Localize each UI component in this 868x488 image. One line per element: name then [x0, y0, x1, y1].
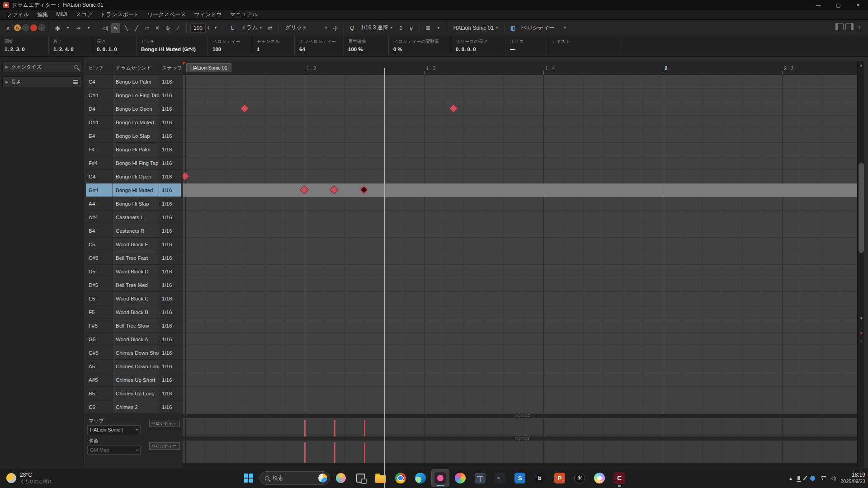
taskbar-icon-copilot[interactable] — [332, 469, 350, 487]
autoscroll-icon[interactable]: ⇥ — [74, 23, 83, 33]
drum-row-pitch[interactable]: E4 — [86, 129, 113, 142]
volume-icon[interactable]: ◁) — [830, 475, 836, 481]
drum-row-snap[interactable]: 1/16 — [159, 278, 181, 291]
velocity-bar[interactable] — [334, 420, 335, 436]
drum-row[interactable]: A4Bongo Hi Slap1/16 — [86, 197, 181, 211]
header-pitch[interactable]: ピッチ — [86, 61, 113, 75]
drum-row-sound[interactable]: Bongo Hi Palm — [113, 143, 159, 156]
velocity-bar[interactable] — [364, 442, 365, 463]
infoline-field-8[interactable]: ベロシティーの変動量0 % — [389, 36, 451, 56]
solo-button[interactable]: S — [14, 24, 21, 31]
note-diamond[interactable] — [449, 104, 458, 113]
drum-row-sound[interactable]: Bongo Hi Fing Tap — [113, 156, 159, 169]
link-icon[interactable]: ⇄ — [266, 23, 275, 33]
mute-tool-icon[interactable]: ✕ — [153, 23, 162, 33]
close-button[interactable]: ✕ — [848, 0, 868, 10]
drum-row-sound[interactable]: Bongo Lo Open — [113, 102, 159, 115]
drum-row[interactable]: C5Wood Block E1/16 — [86, 238, 181, 251]
drum-row[interactable]: F#5Bell Tree Slow1/16 — [86, 319, 181, 333]
lanes-dropdown-icon[interactable]: ▾ — [434, 23, 443, 33]
grid-area[interactable] — [183, 75, 857, 414]
list-icon[interactable] — [73, 80, 78, 84]
taskbar-icon-taskview[interactable] — [352, 469, 370, 487]
mic-icon[interactable] — [797, 476, 800, 480]
insert-velocity-field[interactable]: 100 — [190, 23, 206, 33]
drum-row[interactable]: C6Chimes 21/16 — [86, 400, 181, 414]
playhead-cursor[interactable] — [384, 68, 385, 488]
drum-row[interactable]: D#5Bell Tree Med1/16 — [86, 278, 181, 292]
drum-row[interactable]: F#4Bongo Hi Fing Tap1/16 — [86, 156, 181, 170]
menu-item-6[interactable]: ウィンドウ — [190, 10, 226, 19]
setup-icon[interactable]: ⊼ — [4, 23, 13, 33]
drum-row-sound[interactable]: Wood Block D — [113, 265, 159, 278]
tray-chevron-up-icon[interactable]: ▲ — [788, 476, 793, 481]
drum-row-snap[interactable]: 1/16 — [159, 75, 181, 88]
bluetooth-device-icon[interactable] — [810, 476, 815, 481]
horizontal-scrollbar[interactable] — [183, 463, 857, 468]
setup-toolbar-icon[interactable]: ⋮ — [855, 23, 864, 33]
quantize-panel-header[interactable]: ▶ クオンタイズ — [2, 61, 81, 72]
drum-row[interactable]: A5Chimes Down Long1/16 — [86, 360, 181, 373]
lane1-label[interactable]: ベロシティー — [149, 420, 180, 427]
drum-row-pitch[interactable]: B5 — [86, 387, 113, 400]
taskbar-icon-media[interactable]: b — [531, 469, 549, 487]
drum-row-sound[interactable]: Castanets L — [113, 211, 159, 224]
drum-row-pitch[interactable]: C5 — [86, 238, 113, 251]
taskbar-icon-pink-app[interactable] — [431, 469, 449, 487]
drum-row-snap[interactable]: 1/16 — [159, 211, 181, 224]
zoom-tool-icon[interactable]: ⊕ — [163, 23, 172, 33]
velocity-lane-2[interactable] — [183, 441, 857, 463]
taskbar-icon-photos[interactable] — [590, 469, 609, 487]
infoline-field-11[interactable]: テキスト — [547, 36, 619, 56]
drum-row-snap[interactable]: 1/16 — [159, 116, 181, 129]
drum-row-pitch[interactable]: G#5 — [86, 346, 113, 359]
drum-row-sound[interactable]: Bongo Lo Fing Tap — [113, 89, 159, 102]
drum-row-sound[interactable]: Chimes Down Long — [113, 360, 159, 373]
search-icon[interactable] — [74, 65, 78, 69]
drum-row-sound[interactable]: Bongo Lo Palm — [113, 75, 159, 88]
expand-arrow-icon[interactable]: ▶ — [5, 80, 8, 84]
velocity-lane-1[interactable] — [183, 418, 857, 436]
drum-row-sound[interactable]: Chimes Down Short — [113, 346, 159, 359]
infoline-field-0[interactable]: 開始1. 2. 3. 0 — [0, 36, 49, 56]
drum-row[interactable]: C#4Bongo Lo Fing Tap1/16 — [86, 89, 181, 102]
drum-row-sound[interactable]: Wood Block A — [113, 333, 159, 346]
velocity-stepper[interactable]: ▲▼ — [207, 26, 210, 30]
drum-row-snap[interactable]: 1/16 — [159, 346, 181, 359]
drum-row[interactable]: E5Wood Block C1/16 — [86, 292, 181, 305]
drum-row-snap[interactable]: 1/16 — [159, 251, 181, 264]
menu-item-1[interactable]: 編集 — [33, 10, 52, 19]
drum-row-snap[interactable]: 1/16 — [159, 143, 181, 156]
drum-row-sound[interactable]: Wood Block C — [113, 292, 159, 305]
drum-row-snap[interactable]: 1/16 — [159, 224, 181, 237]
drum-row[interactable]: F4Bongo Hi Palm1/16 — [86, 143, 181, 156]
pen-icon[interactable] — [803, 476, 807, 480]
drum-row[interactable]: C4Bongo Lo Palm1/16 — [86, 75, 181, 89]
header-drumsound[interactable]: ドラムサウンド — [113, 61, 159, 75]
drum-row-pitch[interactable]: A#5 — [86, 373, 113, 386]
taskbar-icon-steinberg[interactable]: S — [511, 469, 529, 487]
drum-row-pitch[interactable]: A#4 — [86, 211, 113, 224]
infoline-field-10[interactable]: ボイス— — [505, 36, 547, 56]
drum-row[interactable]: D4Bongo Lo Open1/16 — [86, 102, 181, 116]
lane-resize-handle[interactable] — [515, 414, 528, 417]
drum-row-pitch[interactable]: E5 — [86, 292, 113, 305]
infoline-field-7[interactable]: 再生確率100 % — [344, 36, 389, 56]
drum-row[interactable]: F5Wood Block B1/16 — [86, 305, 181, 319]
menu-item-0[interactable]: ファイル — [3, 10, 33, 19]
taskbar-search-input[interactable]: 検索 — [259, 471, 330, 485]
drum-row[interactable]: A#5Chimes Up Short1/16 — [86, 373, 181, 387]
scrollbar-thumb[interactable] — [859, 163, 864, 253]
note-length-dropdown[interactable]: ドラム▾ — [238, 23, 264, 33]
drum-row-pitch[interactable]: C#4 — [86, 89, 113, 102]
infoline-field-4[interactable]: ベロシティー100 — [208, 36, 252, 56]
menu-item-7[interactable]: マニュアル — [226, 10, 262, 19]
scroll-up-icon[interactable]: ▲ — [858, 61, 865, 69]
drum-row-pitch[interactable]: D5 — [86, 265, 113, 278]
minimize-button[interactable]: — — [808, 0, 828, 10]
taskbar-icon-powerpoint[interactable]: P — [551, 469, 569, 487]
draw-tool-icon[interactable]: ∕ — [174, 23, 183, 33]
loop-button[interactable]: ◗ — [38, 24, 45, 31]
drum-row-sound[interactable]: Chimes Up Short — [113, 373, 159, 386]
lane2-label[interactable]: ベロシティー — [149, 442, 180, 450]
